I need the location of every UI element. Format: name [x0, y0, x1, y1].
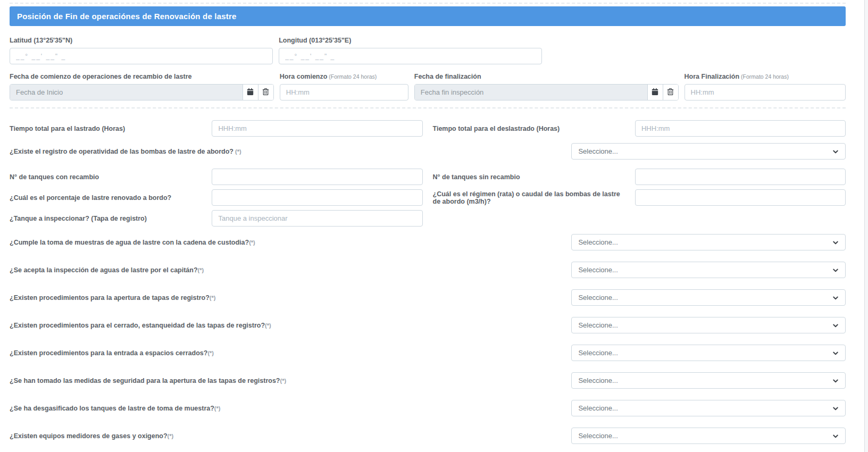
tank-to-inspect-field: ¿Tanque a inspeccionar? (Tapa de registr… — [10, 210, 423, 227]
end-date-input[interactable] — [415, 85, 647, 100]
question-text: ¿Existen equipos medidores de gases y ox… — [10, 432, 168, 440]
section-divider — [10, 107, 846, 108]
chevron-down-icon — [832, 378, 839, 384]
coordinates-row: Latitud (13°25'35"N) Longitud (013°25'35… — [10, 37, 846, 64]
dates-row: Fecha de comienzo de operaciones de reca… — [10, 73, 846, 101]
end-time-hint: (Formato 24 horas) — [741, 73, 789, 80]
required-mark: (*) — [210, 295, 216, 301]
question-pump-registry-label: ¿Existe el registro de operatividad de l… — [10, 148, 571, 155]
tanks-with-renewal-field: N° de tanques con recambio — [10, 169, 423, 185]
question-chain-custody-row: ¿Cumple la toma de muestras de agua de l… — [10, 234, 846, 250]
captain-acceptance-select[interactable]: Seleccione... — [571, 262, 846, 278]
pump-rate-input[interactable] — [635, 189, 846, 206]
tanks-with-renewal-label: N° de tanques con recambio — [10, 173, 212, 181]
tank-to-inspect-row: ¿Tanque a inspeccionar? (Tapa de registr… — [10, 210, 846, 227]
deballast-time-field: Tiempo total para el deslastrado (Horas) — [433, 120, 846, 137]
tanks-without-renewal-input[interactable] — [635, 169, 846, 185]
renewal-rate-row: ¿Cuál es el porcentaje de lastre renovad… — [10, 189, 846, 206]
question-gas-meters-label: ¿Existen equipos medidores de gases y ox… — [10, 432, 571, 440]
gas-meters-select[interactable]: Seleccione... — [571, 428, 846, 444]
start-time-input[interactable] — [280, 84, 408, 101]
end-time-field: Hora Finalización (Formato 24 horas) — [685, 73, 846, 101]
end-date-label: Fecha de finalización — [414, 73, 679, 80]
ballast-time-label: Tiempo total para el lastrado (Horas) — [10, 125, 212, 132]
question-safety-measures-label: ¿Se han tomado las medidas de seguridad … — [10, 377, 571, 384]
tank-to-inspect-label: ¿Tanque a inspeccionar? (Tapa de registr… — [10, 215, 212, 222]
required-mark: (*) — [214, 405, 221, 412]
tanks-with-renewal-input[interactable] — [212, 169, 422, 185]
chain-custody-select[interactable]: Seleccione... — [571, 234, 846, 250]
chevron-down-icon — [832, 350, 839, 356]
tanks-without-renewal-field: N° de tanques sin recambio — [433, 169, 846, 185]
start-date-input-group — [10, 84, 274, 101]
latitude-field: Latitud (13°25'35"N) — [10, 37, 273, 64]
tank-to-inspect-input[interactable] — [212, 210, 422, 227]
enclosed-spaces-select[interactable]: Seleccione... — [571, 345, 846, 361]
manhole-opening-select[interactable]: Seleccione... — [571, 289, 846, 306]
select-value: Seleccione... — [578, 376, 617, 384]
chevron-down-icon — [832, 148, 839, 155]
percent-renewed-input[interactable] — [212, 189, 422, 206]
select-value: Seleccione... — [578, 349, 617, 357]
end-date-input-group — [414, 84, 679, 101]
end-time-label: Hora Finalización — [685, 73, 740, 80]
start-date-input[interactable] — [10, 85, 243, 100]
safety-measures-select[interactable]: Seleccione... — [571, 372, 846, 389]
trash-icon — [262, 88, 269, 97]
question-manhole-closing-label: ¿Existen procedimientos para el cerrado,… — [10, 322, 571, 329]
longitude-input[interactable] — [279, 48, 542, 64]
question-text: ¿Se han tomado las medidas de seguridad … — [10, 377, 280, 384]
vertical-scrollbar[interactable] — [864, 0, 868, 452]
required-mark: (*) — [198, 267, 204, 273]
required-mark: (*) — [265, 322, 271, 329]
trash-icon — [667, 88, 674, 97]
latitude-input[interactable] — [10, 48, 273, 64]
select-value: Seleccione... — [578, 404, 617, 412]
end-time-input[interactable] — [685, 84, 846, 101]
deballast-time-input[interactable] — [635, 120, 846, 137]
required-mark: (*) — [249, 239, 255, 246]
chevron-down-icon — [832, 322, 839, 329]
select-value: Seleccione... — [578, 147, 617, 155]
question-text: ¿Cumple la toma de muestras de agua de l… — [10, 239, 249, 246]
end-date-calendar-button[interactable] — [647, 85, 663, 100]
start-date-calendar-button[interactable] — [243, 85, 258, 100]
deballast-time-label: Tiempo total para el deslastrado (Horas) — [433, 125, 635, 132]
longitude-label: Longitud (013°25'35"E) — [279, 37, 542, 44]
question-text: ¿Existen procedimientos para el cerrado,… — [10, 322, 265, 329]
select-value: Seleccione... — [578, 266, 617, 274]
calendar-icon — [247, 88, 254, 97]
chevron-down-icon — [832, 295, 839, 301]
select-value: Seleccione... — [578, 294, 617, 302]
pump-rate-field: ¿Cuál es el régimen (rata) o caudal de l… — [433, 189, 846, 206]
required-mark: (*) — [280, 378, 287, 384]
question-captain-acceptance-row: ¿Se acepta la inspección de aguas de las… — [10, 262, 846, 278]
chevron-down-icon — [832, 267, 839, 273]
question-text: ¿Existen procedimientos para la entrada … — [10, 349, 207, 357]
question-text: ¿Existe el registro de operatividad de l… — [10, 148, 233, 155]
chevron-down-icon — [832, 239, 839, 246]
question-enclosed-spaces-label: ¿Existen procedimientos para la entrada … — [10, 349, 571, 357]
start-time-label: Hora comienzo — [280, 73, 328, 80]
question-enclosed-spaces-row: ¿Existen procedimientos para la entrada … — [10, 345, 846, 361]
longitude-field: Longitud (013°25'35"E) — [279, 37, 542, 64]
start-date-label: Fecha de comienzo de operaciones de reca… — [10, 73, 274, 80]
pump-registry-select[interactable]: Seleccione... — [571, 143, 846, 160]
start-date-clear-button[interactable] — [258, 85, 273, 100]
question-manhole-closing-row: ¿Existen procedimientos para el cerrado,… — [10, 317, 846, 333]
degassed-tanks-select[interactable]: Seleccione... — [571, 400, 846, 416]
select-value: Seleccione... — [578, 238, 617, 246]
question-text: ¿Se ha desgasificado los tanques de last… — [10, 405, 214, 412]
tank-counts-row: N° de tanques con recambio N° de tanques… — [10, 169, 846, 185]
select-value: Seleccione... — [578, 321, 617, 329]
manhole-closing-select[interactable]: Seleccione... — [571, 317, 846, 333]
percent-renewed-field: ¿Cuál es el porcentaje de lastre renovad… — [10, 189, 423, 206]
question-degassed-tanks-row: ¿Se ha desgasificado los tanques de last… — [10, 400, 846, 416]
ballast-time-field: Tiempo total para el lastrado (Horas) — [10, 120, 423, 137]
ballast-time-input[interactable] — [212, 120, 422, 137]
end-date-clear-button[interactable] — [663, 85, 678, 100]
total-times-row: Tiempo total para el lastrado (Horas) Ti… — [10, 120, 846, 137]
section-title: Posición de Fin de operaciónes de Renova… — [17, 12, 237, 21]
question-pump-registry-row: ¿Existe el registro de operatividad de l… — [10, 143, 846, 160]
chevron-down-icon — [832, 405, 839, 412]
